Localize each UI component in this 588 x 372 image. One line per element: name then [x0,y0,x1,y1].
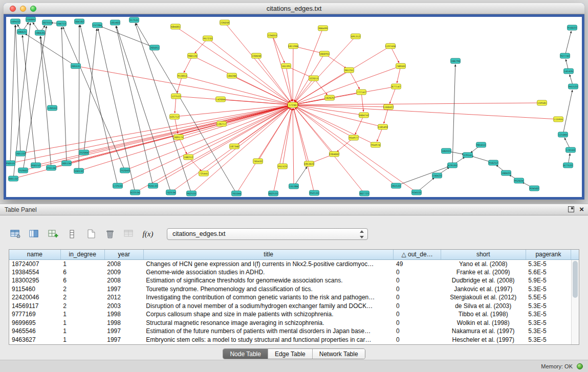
graph-edge[interactable] [116,26,171,192]
table-cell[interactable]: 1 [60,327,104,336]
table-cell[interactable]: 1997 [104,285,143,294]
table-cell[interactable]: 0 [394,310,441,319]
graph-edge[interactable] [293,108,294,186]
graph-node[interactable]: 916212 [489,160,498,165]
table-cell[interactable]: 0 [394,302,441,311]
table-cell[interactable]: 6 [60,268,104,277]
graph-node[interactable]: 954974 [371,142,381,147]
graph-edge[interactable] [296,107,396,186]
graph-edge[interactable] [452,64,455,165]
selector-stepper-icon[interactable] [359,230,365,238]
graph-node[interactable]: 802533 [269,191,278,196]
graph-edge[interactable] [286,66,292,101]
graph-node[interactable]: 962533 [187,191,197,196]
graph-node[interactable]: 981013 [476,142,486,147]
graph-edge[interactable] [296,103,542,105]
table-cell[interactable]: Investigating the contribution of common… [143,293,394,302]
network-canvas[interactable]: 1724018119041666951961251777147160474795… [6,17,582,197]
graph-node[interactable]: 1160427 [383,104,394,110]
table-row[interactable]: 969969511998Structural magnetic resonanc… [9,319,571,327]
graph-node[interactable]: 1811904 [288,43,299,49]
table-cell[interactable]: 5.3E-5 [526,302,571,311]
table-cell[interactable]: 49 [394,259,441,268]
graph-edge[interactable] [98,29,135,192]
graph-edge[interactable] [175,105,289,117]
graph-node[interactable]: 941523 [569,84,578,89]
function-builder-button[interactable]: f(x) [141,227,155,241]
table-cell[interactable]: 0 [394,336,441,344]
graph-edge[interactable] [293,46,293,101]
table-cell[interactable]: 1997 [104,336,143,344]
graph-edge[interactable] [80,25,118,186]
table-row[interactable]: 1830029562008Estimation of significance … [9,276,571,285]
graph-node[interactable]: 115955 [554,117,563,122]
graph-node[interactable]: 309173 [174,135,184,140]
graph-edge[interactable] [135,106,290,192]
graph-node[interactable]: 2204007 [329,151,340,157]
graph-edge[interactable] [296,106,354,138]
graph-node[interactable]: 226058 [220,20,230,25]
graph-node[interactable]: 205531 [71,63,81,69]
graph-node[interactable]: 957233 [203,36,213,41]
table-row[interactable]: 1872400712008Changes of HCN gene express… [9,259,571,268]
table-cell[interactable]: 5.6E-5 [526,268,571,277]
graph-node[interactable]: 17240 [288,102,298,107]
graph-node[interactable]: 765432 [253,159,263,164]
table-cell[interactable]: 18300295 [9,276,60,285]
graph-edge[interactable] [36,106,289,165]
table-cell[interactable]: 5.3E-5 [526,310,571,319]
graph-node[interactable]: 952133 [310,190,319,195]
graph-node[interactable]: 952024 [514,178,524,183]
table-row[interactable]: 911546021997Tourette syndrome. Phenomeno… [9,285,571,294]
graph-node[interactable]: 252602 [18,168,28,173]
tab-node-table[interactable]: Node Table [223,349,268,359]
graph-edge[interactable] [294,108,309,164]
graph-node[interactable]: 805132 [9,176,18,181]
graph-node[interactable]: 206621 [17,29,27,34]
tab-edge-table[interactable]: Edge Table [268,349,313,359]
table-cell[interactable]: 0 [394,285,441,294]
graph-node[interactable]: 261533 [391,183,401,188]
table-cell[interactable]: Estimation of significance thresholds fo… [143,276,394,285]
close-panel-icon[interactable]: × [579,206,584,213]
graph-edge[interactable] [135,24,191,193]
table-row[interactable]: 946362711997Embryonic stem cells: a mode… [9,336,571,344]
graph-edge[interactable] [25,34,76,66]
graph-node[interactable]: 748503 [396,63,406,69]
table-cell[interactable]: 14569117 [9,302,60,311]
graph-node[interactable]: 187340 [230,144,239,149]
graph-node[interactable]: 913853 [178,73,187,78]
graph-node[interactable]: 244713 [57,21,67,26]
table-cell[interactable]: 5.3E-5 [526,336,571,344]
delete-table-button[interactable] [103,227,117,241]
graph-node[interactable]: 677522 [563,163,573,168]
graph-node[interactable]: 185923 [442,148,451,154]
graph-node[interactable]: 224053 [268,33,277,38]
column-header-short[interactable]: short [441,250,526,259]
graph-node[interactable]: 954977 [349,135,359,140]
table-cell[interactable]: Disruption of a novel member of a sodium… [143,302,394,311]
graph-node[interactable]: 184206 [227,73,237,78]
graph-node[interactable]: 379141 [463,152,473,158]
graph-node[interactable]: 916023 [568,25,577,30]
graph-node[interactable]: 960124 [188,53,198,58]
table-cell[interactable]: Stergiakouli et al. (2012) [441,293,526,302]
table-row[interactable]: 2242004622012Investigating the contribut… [9,293,571,302]
graph-edge[interactable] [63,27,125,170]
table-cell[interactable]: Embryonic stem cells: a model to study s… [143,336,394,344]
column-header-title[interactable]: title [143,250,394,259]
graph-edge[interactable] [101,27,155,48]
graph-node[interactable]: 966499 [318,26,328,31]
table-cell[interactable]: Estimation of the future numbers of pati… [143,327,394,336]
table-cell[interactable]: 0 [394,319,441,327]
table-cell[interactable]: 5.3E-5 [526,259,571,268]
scrollbar-thumb[interactable] [573,261,578,298]
table-cell[interactable]: 9115460 [9,285,60,294]
table-cell[interactable]: 1 [60,336,104,344]
graph-edge[interactable] [192,56,290,103]
table-cell[interactable]: Franke et al. (2009) [441,268,526,277]
graph-node[interactable]: 1853022 [304,161,315,166]
graph-edge[interactable] [23,35,36,165]
graph-node[interactable]: 157264 [93,23,102,28]
new-table-button[interactable] [84,227,98,241]
